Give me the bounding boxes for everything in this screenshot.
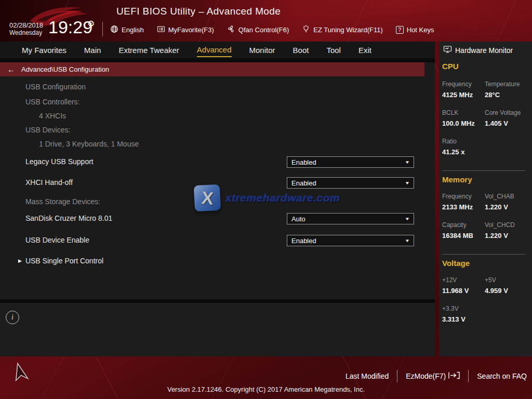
usb-devices-value: 1 Drive, 3 Keyboards, 1 Mouse — [39, 140, 139, 148]
chevron-down-icon: ▼ — [405, 160, 410, 165]
submenu-arrow-icon: ▶ — [18, 258, 22, 263]
memory-vol-chab-value: 1.220 V — [485, 203, 508, 211]
breadcrumb-path: Advanced\USB Configuration — [21, 65, 109, 73]
voltage-3-3v-value: 3.313 V — [442, 315, 466, 323]
cpu-ratio-value: 41.25 x — [442, 148, 464, 156]
footer-menu: Last Modified EzMode(F7) Search on FAQ — [345, 369, 527, 383]
search-on-faq-button[interactable]: Search on FAQ — [477, 372, 527, 380]
mouse-cursor — [11, 362, 31, 385]
tab-advanced[interactable]: Advanced — [197, 43, 232, 57]
info-icon: i — [6, 311, 19, 324]
main-nav: My Favorites Main Extreme Tweaker Advanc… — [0, 42, 435, 58]
memory-vol-chcd-label: Vol_CHCD — [485, 221, 515, 229]
tab-monitor[interactable]: Monitor — [249, 43, 275, 57]
ezmode-button[interactable]: EzMode(F7) — [406, 371, 460, 381]
usb-device-enable-dropdown[interactable]: Enabled ▼ — [287, 235, 414, 246]
clock-display: 19:29 — [48, 17, 92, 37]
app-title: UEFI BIOS Utility – Advanced Mode — [116, 6, 281, 17]
tab-boot[interactable]: Boot — [293, 43, 309, 57]
memory-capacity-label: Capacity — [442, 221, 467, 229]
memory-capacity-value: 16384 MB — [442, 232, 473, 240]
usb-devices-label: USB Devices: — [25, 126, 70, 134]
usb-single-port-control-label: USB Single Port Control — [25, 257, 103, 265]
ez-tuning-wizard-button[interactable]: EZ Tuning Wizard(F11) — [302, 25, 382, 35]
header-divider — [102, 22, 103, 36]
chevron-down-icon: ▼ — [405, 238, 410, 243]
memory-vol-chcd-value: 1.220 V — [485, 232, 508, 240]
wizard-icon — [302, 25, 310, 35]
hot-keys-button[interactable]: ? Hot Keys — [396, 26, 434, 34]
cpu-core-voltage-label: Core Voltage — [485, 109, 521, 116]
panel-gap — [0, 58, 435, 62]
tab-extreme-tweaker[interactable]: Extreme Tweaker — [118, 43, 179, 57]
footer-divider — [468, 370, 469, 382]
header-toolbar: English MyFavorite(F3) — [110, 23, 434, 36]
usb-device-enable-value: Enabled — [291, 237, 316, 245]
section-divider — [442, 254, 525, 255]
sandisk-cruzer-value: Auto — [291, 215, 305, 223]
bios-screen: UEFI BIOS Utility – Advanced Mode 02/28/… — [0, 0, 532, 399]
voltage-3-3v-label: +3.3V — [442, 305, 459, 312]
usb-controllers-value: 4 XHCIs — [39, 112, 66, 120]
sandisk-cruzer-dropdown[interactable]: Auto ▼ — [287, 213, 414, 224]
section-divider — [442, 170, 525, 171]
usb-controllers-label: USB Controllers: — [25, 98, 79, 106]
date-display: 02/28/2018 Wednesday — [9, 22, 43, 37]
myfavorite-label: MyFavorite(F3) — [168, 26, 214, 34]
legacy-usb-support-dropdown[interactable]: Enabled ▼ — [287, 156, 414, 168]
usb-single-port-control-item[interactable]: ▶ USB Single Port Control — [18, 257, 103, 265]
chevron-down-icon: ▼ — [405, 181, 410, 185]
language-button[interactable]: English — [110, 25, 144, 35]
legacy-usb-support-label: Legacy USB Support — [25, 157, 94, 166]
cpu-temperature-value: 28°C — [485, 91, 500, 99]
memory-frequency-label: Frequency — [442, 193, 472, 200]
memory-section-heading: Memory — [442, 175, 472, 184]
mass-storage-devices-label: Mass Storage Devices: — [25, 197, 100, 206]
hotkeys-icon: ? — [396, 26, 404, 34]
ez-tuning-label: EZ Tuning Wizard(F11) — [313, 26, 382, 34]
voltage-12v-label: +12V — [442, 276, 457, 284]
usb-device-enable-label: USB Device Enable — [25, 236, 89, 244]
weekday-text: Wednesday — [9, 30, 43, 37]
tab-main[interactable]: Main — [84, 43, 101, 57]
qfan-label: Qfan Control(F6) — [238, 26, 289, 34]
ezmode-label: EzMode(F7) — [406, 372, 446, 380]
date-text: 02/28/2018 — [9, 22, 43, 30]
footer-divider — [397, 370, 397, 382]
qfan-control-button[interactable]: Qfan Control(F6) — [227, 25, 289, 35]
cpu-bclk-label: BCLK — [442, 109, 458, 116]
qfan-icon — [227, 25, 235, 35]
myfavorite-icon — [157, 25, 165, 35]
globe-icon — [110, 25, 118, 35]
voltage-12v-value: 11.968 V — [442, 287, 469, 295]
panel-separator — [0, 299, 435, 303]
tab-tool[interactable]: Tool — [326, 43, 341, 57]
cpu-section-heading: CPU — [442, 62, 459, 71]
usb-configuration-title: USB Configuration — [25, 83, 86, 91]
sandisk-cruzer-label: SanDisk Cruzer Micro 8.01 — [25, 214, 112, 222]
cpu-core-voltage-value: 1.405 V — [485, 119, 508, 127]
xhci-handoff-dropdown[interactable]: Enabled ▼ — [287, 177, 414, 189]
last-modified-button[interactable]: Last Modified — [345, 372, 389, 380]
tab-my-favorites[interactable]: My Favorites — [22, 43, 66, 57]
cpu-temperature-label: Temperature — [485, 81, 520, 88]
hardware-monitor-panel: Hardware Monitor CPU Frequency Temperatu… — [439, 42, 532, 356]
clock-settings-gear-icon[interactable]: ⚙ — [87, 19, 95, 29]
voltage-5v-label: +5V — [485, 276, 496, 284]
tab-exit[interactable]: Exit — [358, 43, 371, 57]
header-banner: UEFI BIOS Utility – Advanced Mode 02/28/… — [0, 0, 532, 42]
myfavorite-button[interactable]: MyFavorite(F3) — [157, 25, 214, 35]
language-label: English — [122, 26, 144, 34]
cpu-frequency-value: 4125 MHz — [442, 91, 473, 99]
monitor-icon — [443, 45, 452, 55]
version-text: Version 2.17.1246. Copyright (C) 2017 Am… — [0, 385, 532, 393]
back-arrow-icon[interactable]: ← — [7, 65, 15, 74]
voltage-section-heading: Voltage — [442, 259, 470, 268]
help-text-panel: i — [0, 303, 435, 356]
breadcrumb: ← Advanced\USB Configuration — [0, 62, 424, 76]
main-column: My Favorites Main Extreme Tweaker Advanc… — [0, 42, 435, 356]
hotkeys-label: Hot Keys — [407, 26, 434, 34]
xhci-handoff-value: Enabled — [291, 179, 316, 187]
ezmode-exit-icon — [448, 371, 460, 381]
hardware-monitor-title: Hardware Monitor — [455, 46, 513, 55]
